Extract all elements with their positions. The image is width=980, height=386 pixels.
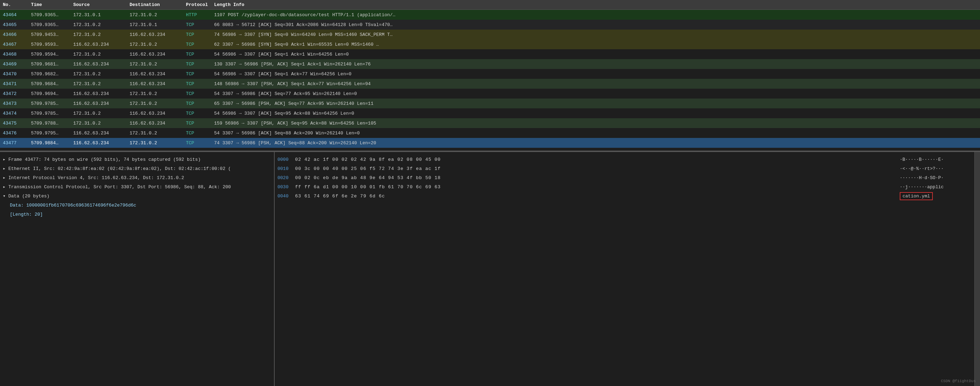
packet-no: 43471 bbox=[3, 81, 31, 87]
packet-proto: TCP bbox=[186, 42, 214, 47]
packet-time: 5709.9884… bbox=[31, 140, 73, 146]
detail-item[interactable]: ▸ Internet Protocol Version 4, Src: 116.… bbox=[0, 173, 274, 182]
detail-item[interactable]: Data: 10000001fb6170706c69636174696f6e2e… bbox=[0, 200, 274, 210]
packet-no: 43476 bbox=[3, 130, 31, 136]
packet-src: 172.31.0.1 bbox=[73, 12, 130, 17]
packet-time: 5709.9593… bbox=[31, 42, 73, 47]
packet-src: 172.31.0.2 bbox=[73, 52, 130, 57]
packet-dst: 172.31.0.2 bbox=[130, 62, 186, 67]
packet-dst: 116.62.63.234 bbox=[130, 52, 186, 57]
packet-no: 43469 bbox=[3, 62, 31, 67]
packet-info: 54 56986 → 3307 [ACK] Seq=1 Ack=1 Win=64… bbox=[214, 52, 977, 57]
packet-time: 5709.9453… bbox=[31, 32, 73, 37]
packet-no: 43467 bbox=[3, 42, 31, 47]
packet-src: 172.31.0.2 bbox=[73, 71, 130, 77]
packet-row[interactable]: 43465 5709.9365… 172.31.0.2 172.31.0.1 T… bbox=[0, 20, 980, 30]
packet-proto: TCP bbox=[186, 32, 214, 37]
hex-bytes: 00 3c 00 00 40 00 25 06 f5 72 74 3e 3f e… bbox=[295, 166, 894, 172]
packet-time: 5709.9785… bbox=[31, 101, 73, 106]
packet-proto: TCP bbox=[186, 62, 214, 67]
bottom-area: ▸ Frame 43477: 74 bytes on wire (592 bit… bbox=[0, 152, 980, 386]
packet-list: No. Time Source Destination Protocol Len… bbox=[0, 0, 980, 151]
detail-item[interactable]: ▸ Frame 43477: 74 bytes on wire (592 bit… bbox=[0, 155, 274, 164]
packet-dst: 172.31.0.2 bbox=[130, 101, 186, 106]
hex-bytes: ff ff 6a d1 00 00 10 00 01 fb 61 70 70 6… bbox=[295, 184, 894, 190]
col-header-source: Source bbox=[73, 2, 130, 7]
detail-item[interactable]: [Length: 20] bbox=[0, 210, 274, 219]
packet-row[interactable]: 43469 5709.9681… 116.62.63.234 172.31.0.… bbox=[0, 59, 980, 69]
hex-panel: 000002 42 ac 1f 00 02 02 42 9a 8f ea 02 … bbox=[275, 152, 974, 386]
detail-item[interactable]: ▾ Data (20 bytes) bbox=[0, 191, 274, 200]
packet-src: 116.62.63.234 bbox=[73, 130, 130, 136]
packet-proto: TCP bbox=[186, 140, 214, 146]
detail-label: Data: 10000001fb6170706c69636174696f6e2e… bbox=[10, 203, 136, 208]
packet-src: 172.31.0.2 bbox=[73, 32, 130, 37]
hex-ascii-highlight: cation.yml bbox=[900, 192, 933, 200]
packet-info: 62 3307 → 56986 [SYN] Seq=0 Ack=1 Win=65… bbox=[214, 42, 977, 47]
detail-label: ▾ Data (20 bytes) bbox=[3, 193, 50, 199]
hex-ascii: cation.yml bbox=[894, 192, 972, 200]
packet-proto: TCP bbox=[186, 130, 214, 136]
packet-row[interactable]: 43477 5709.9884… 116.62.63.234 172.31.0.… bbox=[0, 138, 980, 148]
hex-line: 004063 61 74 69 6f 6e 2e 79 6d 6ccation.… bbox=[277, 191, 972, 200]
packet-row[interactable]: 43474 5709.9785… 172.31.0.2 116.62.63.23… bbox=[0, 108, 980, 118]
packet-time: 5709.9365… bbox=[31, 12, 73, 17]
packet-dst: 172.31.0.2 bbox=[130, 91, 186, 97]
packet-info: 148 56986 → 3307 [PSH, ACK] Seq=1 Ack=77… bbox=[214, 81, 977, 87]
detail-item[interactable]: ▸ Transmission Control Protocol, Src Por… bbox=[0, 182, 274, 191]
packet-info: 66 8083 → 56712 [ACK] Seq=301 Ack=2086 W… bbox=[214, 22, 977, 27]
packet-time: 5709.9694… bbox=[31, 91, 73, 97]
packet-no: 43473 bbox=[3, 101, 31, 106]
packet-no: 43470 bbox=[3, 71, 31, 77]
col-header-destination: Destination bbox=[130, 2, 186, 7]
hex-bytes: 02 42 ac 1f 00 02 02 42 9a 8f ea 02 08 0… bbox=[295, 157, 894, 162]
packet-proto: HTTP bbox=[186, 12, 214, 17]
hex-offset: 0010 bbox=[277, 166, 295, 172]
packet-no: 43472 bbox=[3, 91, 31, 97]
packet-row[interactable]: 43478 5709.9884… 172.31.0.2 116.62.63.23… bbox=[0, 148, 980, 151]
hex-line: 000002 42 ac 1f 00 02 02 42 9a 8f ea 02 … bbox=[277, 155, 972, 164]
packet-time: 5709.9785… bbox=[31, 111, 73, 116]
hex-offset: 0030 bbox=[277, 184, 295, 190]
packet-info: 65 3307 → 56986 [PSH, ACK] Seq=77 Ack=95… bbox=[214, 101, 977, 106]
packet-row[interactable]: 43468 5709.9594… 172.31.0.2 116.62.63.23… bbox=[0, 49, 980, 59]
packet-no: 43474 bbox=[3, 111, 31, 116]
hex-ascii: ·······H·d·SO·P· bbox=[894, 175, 972, 181]
packet-dst: 172.31.0.2 bbox=[130, 12, 186, 17]
packet-row[interactable]: 43471 5709.9684… 172.31.0.2 116.62.63.23… bbox=[0, 79, 980, 89]
packet-dst: 172.31.0.2 bbox=[130, 130, 186, 136]
detail-item[interactable]: ▸ Ethernet II, Src: 02:42:9a:8f:ea:02 (0… bbox=[0, 164, 274, 173]
col-header-no: No. bbox=[3, 2, 31, 7]
packet-row[interactable]: 43464 5709.9365… 172.31.0.1 172.31.0.2 H… bbox=[0, 10, 980, 20]
packet-row[interactable]: 43472 5709.9694… 116.62.63.234 172.31.0.… bbox=[0, 89, 980, 98]
scroll-bar[interactable] bbox=[974, 152, 980, 386]
hex-line: 002000 02 0c eb de 9a ab 48 9e 64 94 53 … bbox=[277, 173, 972, 182]
packet-time: 5709.9365… bbox=[31, 22, 73, 27]
packet-no: 43464 bbox=[3, 12, 31, 17]
packet-time: 5709.9682… bbox=[31, 71, 73, 77]
detail-label: ▸ Internet Protocol Version 4, Src: 116.… bbox=[3, 175, 184, 181]
packet-src: 116.62.63.234 bbox=[73, 101, 130, 106]
packet-dst: 116.62.63.234 bbox=[130, 111, 186, 116]
packet-info: 54 3307 → 56986 [ACK] Seq=88 Ack=200 Win… bbox=[214, 130, 977, 136]
packet-row[interactable]: 43473 5709.9785… 116.62.63.234 172.31.0.… bbox=[0, 98, 980, 108]
packet-row[interactable]: 43476 5709.9795… 116.62.63.234 172.31.0.… bbox=[0, 128, 980, 138]
packet-proto: TCP bbox=[186, 101, 214, 106]
packet-row[interactable]: 43466 5709.9453… 172.31.0.2 116.62.63.23… bbox=[0, 30, 980, 40]
packet-row[interactable]: 43470 5709.9682… 172.31.0.2 116.62.63.23… bbox=[0, 69, 980, 79]
hex-offset: 0040 bbox=[277, 194, 295, 199]
packet-row[interactable]: 43475 5709.9788… 172.31.0.2 116.62.63.23… bbox=[0, 118, 980, 128]
packet-rows: 43464 5709.9365… 172.31.0.1 172.31.0.2 H… bbox=[0, 10, 980, 151]
packet-time: 5709.9681… bbox=[31, 62, 73, 67]
hex-ascii: ··j·······applic bbox=[894, 184, 972, 190]
packet-dst: 172.31.0.2 bbox=[130, 42, 186, 47]
packet-info: 74 56986 → 3307 [SYN] Seq=0 Win=64240 Le… bbox=[214, 32, 977, 37]
packet-src: 116.62.63.234 bbox=[73, 42, 130, 47]
packet-no: 43466 bbox=[3, 32, 31, 37]
packet-row[interactable]: 43467 5709.9593… 116.62.63.234 172.31.0.… bbox=[0, 40, 980, 49]
packet-time: 5709.9795… bbox=[31, 130, 73, 136]
packet-time: 5709.9684… bbox=[31, 81, 73, 87]
hex-line: 001000 3c 00 00 40 00 25 06 f5 72 74 3e … bbox=[277, 164, 972, 173]
packet-info: 54 56986 → 3307 [ACK] Seq=1 Ack=77 Win=6… bbox=[214, 71, 977, 77]
packet-proto: TCP bbox=[186, 111, 214, 116]
